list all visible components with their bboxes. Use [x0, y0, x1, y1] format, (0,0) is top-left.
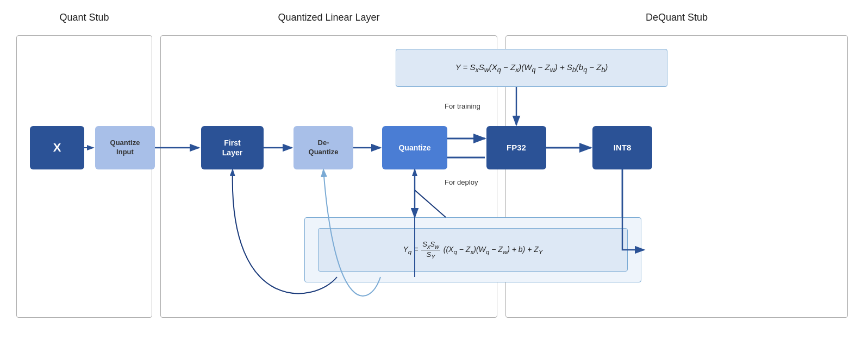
dequantize-label: De- Quantize — [309, 138, 339, 157]
quantized-linear-label: Quantized Linear Layer — [160, 12, 497, 23]
fp32-label: FP32 — [507, 142, 526, 153]
x-label: X — [53, 140, 61, 156]
x-node: X — [30, 126, 84, 169]
quantize-input-label: Quantize Input — [110, 138, 140, 157]
training-formula-box: Y = SxSw(Xq − Zx)(Wq − Zw) + Sb(bq − Zb) — [396, 49, 667, 87]
training-formula-text: Y = SxSw(Xq − Zx)(Wq − Zw) + Sb(bq − Zb) — [455, 62, 608, 74]
int8-node: INT8 — [592, 126, 652, 169]
first-layer-label: First Layer — [222, 138, 242, 158]
int8-label: INT8 — [614, 142, 632, 153]
for-deploy-label: For deploy — [445, 178, 478, 186]
fp32-node: FP32 — [486, 126, 546, 169]
quantize-label: Quantize — [398, 143, 430, 153]
quant-stub-section — [16, 35, 152, 318]
deploy-formula-text: Yq = SxSw SY ((Xq − Zx)(Wq − Zw) + b) + … — [403, 240, 542, 260]
dequant-stub-label: DeQuant Stub — [505, 12, 848, 23]
quantize-input-node: Quantize Input — [95, 126, 155, 169]
first-layer-node: First Layer — [201, 126, 264, 169]
deploy-formula-container: Yq = SxSw SY ((Xq − Zx)(Wq − Zw) + b) + … — [304, 217, 641, 282]
dequantize-node: De- Quantize — [294, 126, 353, 169]
deploy-formula-box: Yq = SxSw SY ((Xq − Zx)(Wq − Zw) + b) + … — [318, 228, 628, 272]
quantize-node: Quantize — [382, 126, 447, 169]
quant-stub-label: Quant Stub — [16, 12, 152, 23]
diagram-container: Quant Stub Quantized Linear Layer DeQuan… — [0, 0, 868, 359]
for-training-label: For training — [445, 102, 480, 110]
